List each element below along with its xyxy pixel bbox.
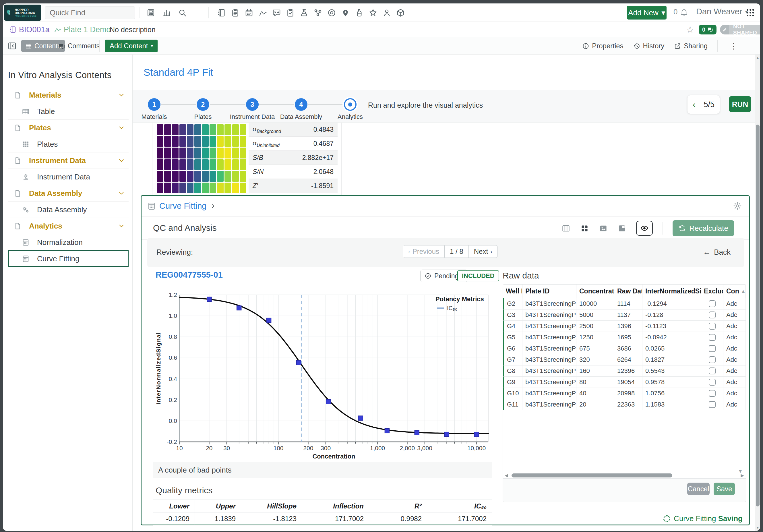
breadcrumb-entry[interactable]: Plate 1 Demo — [54, 25, 111, 34]
raw-data-column-header[interactable]: Plate ID — [522, 284, 577, 298]
sidebar-item-plates[interactable]: Plates — [8, 136, 129, 152]
table-cell[interactable]: Adc — [723, 321, 746, 332]
properties-button[interactable]: Properties — [582, 42, 623, 50]
raw-data-column-header[interactable]: Con▲ — [723, 284, 746, 298]
company-logo[interactable]: HOPPER BIOPHARMA PUBLISHING BUGS — [4, 5, 41, 21]
bottle-icon[interactable] — [355, 8, 364, 17]
table-cell[interactable]: Adc — [723, 388, 746, 399]
exclude-checkbox[interactable] — [709, 334, 715, 341]
exclude-checkbox[interactable] — [709, 379, 715, 385]
image-view-icon[interactable] — [599, 224, 608, 233]
star-icon[interactable] — [369, 8, 378, 17]
cancel-button[interactable]: Cancel — [687, 482, 709, 495]
raw-data-column-header[interactable]: Raw Data — [614, 284, 642, 298]
add-new-button[interactable]: Add New▾ — [627, 6, 667, 20]
step-circle-plates[interactable]: 2 — [197, 98, 209, 111]
chevron-down-icon[interactable] — [118, 124, 125, 132]
save-button[interactable]: Save — [713, 482, 735, 495]
chevron-down-icon[interactable] — [118, 222, 125, 230]
table-cell[interactable]: Adc — [723, 377, 746, 387]
sidebar-section-data-assembly[interactable]: Data Assembly — [8, 185, 129, 201]
chevron-down-icon[interactable] — [118, 157, 125, 164]
exclude-checkbox[interactable] — [709, 300, 715, 307]
hscroll-thumb[interactable] — [511, 474, 672, 478]
exclude-checkbox[interactable] — [709, 401, 715, 408]
columns-view-icon[interactable] — [562, 224, 570, 233]
table-cell[interactable]: Adc — [723, 343, 746, 354]
task-check-icon[interactable] — [286, 8, 295, 17]
previous-button[interactable]: ‹Previous — [403, 245, 445, 258]
comments-tab[interactable]: Comments — [58, 40, 100, 52]
raw-data-column-header[interactable]: InterNormalizedSignal — [642, 284, 701, 298]
exclude-checkbox[interactable] — [709, 390, 715, 397]
vscroll-thumb[interactable] — [756, 125, 760, 506]
search-input[interactable] — [45, 6, 135, 19]
chevron-down-icon[interactable] — [118, 189, 125, 197]
compound-id-link[interactable]: REG00477555-01 — [156, 270, 223, 280]
back-link[interactable]: ←Back — [703, 248, 730, 257]
comment-count-badge[interactable]: 0 — [699, 25, 716, 35]
flask-icon[interactable] — [300, 8, 309, 17]
run-button[interactable]: RUN — [729, 96, 751, 112]
curve-fitting-title-link[interactable]: Curve Fitting — [159, 201, 216, 211]
collapse-panel-icon[interactable] — [7, 41, 17, 51]
table-cell[interactable]: Adc — [723, 399, 746, 410]
step-circle-instrument-data[interactable]: 3 — [246, 98, 259, 111]
sidebar-section-analytics[interactable]: Analytics — [8, 218, 129, 234]
chevron-down-icon[interactable] — [118, 91, 125, 99]
line-chart-icon[interactable] — [258, 8, 267, 17]
favorite-star-icon[interactable]: ☆ — [686, 25, 695, 34]
user-menu[interactable]: Dan Weaver ▾ — [696, 7, 748, 16]
sidebar-section-instrument-data[interactable]: Instrument Data — [8, 152, 129, 168]
step-circle-materials[interactable]: 1 — [148, 98, 161, 111]
chat-icon[interactable] — [272, 8, 281, 17]
share-status-badge[interactable]: NOT SHARED — [720, 25, 760, 35]
dashboard-icon[interactable] — [147, 8, 155, 17]
sidebar-item-curve-fitting[interactable]: Curve Fitting — [8, 250, 129, 267]
sidebar-item-normalization[interactable]: Normalization — [8, 234, 129, 250]
chevron-left-icon[interactable]: ‹ — [693, 100, 696, 109]
raw-data-column-header[interactable]: Well ID — [503, 284, 522, 298]
exclude-checkbox[interactable] — [709, 356, 715, 363]
table-cell[interactable]: Adc — [723, 366, 746, 376]
sidebar-item-data-assembly[interactable]: Data Assembly — [8, 201, 129, 218]
search-icon[interactable] — [178, 8, 187, 17]
sidebar-item-table[interactable]: Table — [8, 103, 129, 119]
app-grid-icon[interactable] — [745, 7, 756, 18]
grid-view-icon[interactable] — [580, 224, 589, 233]
sort-up-icon[interactable]: ▲ — [741, 288, 746, 294]
table-cell[interactable]: Adc — [723, 298, 746, 309]
preview-eye-button[interactable] — [636, 221, 653, 236]
cube-icon[interactable] — [396, 8, 405, 17]
breadcrumb-project[interactable]: BIO001a — [9, 25, 50, 34]
gear-icon[interactable] — [733, 201, 742, 210]
raw-data-column-header[interactable]: Concentration — [577, 284, 614, 298]
history-button[interactable]: History — [633, 42, 665, 50]
notifications[interactable]: 0 — [673, 7, 688, 16]
notebook-icon[interactable] — [217, 8, 226, 17]
exclude-checkbox[interactable] — [709, 311, 715, 318]
exclude-checkbox[interactable] — [709, 368, 715, 374]
scroll-right-icon[interactable]: ▶ — [739, 473, 746, 478]
disc-icon[interactable] — [327, 8, 336, 17]
person-icon[interactable] — [382, 8, 391, 17]
molecule-icon[interactable] — [313, 8, 322, 17]
sidebar-item-instrument-data[interactable]: Instrument Data — [8, 168, 129, 185]
pin-icon[interactable] — [341, 8, 350, 17]
step-circle-data-assembly[interactable]: 4 — [295, 98, 307, 111]
raw-data-column-header[interactable]: Exclude — [701, 284, 723, 298]
more-options-kebab-icon[interactable]: ⋮ — [727, 41, 740, 51]
exclude-checkbox[interactable] — [709, 323, 715, 330]
sidebar-section-plates[interactable]: Plates — [8, 119, 129, 136]
sidebar-section-materials[interactable]: Materials — [8, 87, 129, 103]
calendar-icon[interactable] — [245, 8, 254, 17]
add-content-button[interactable]: Add Content ▾ — [105, 40, 158, 52]
table-cell[interactable]: Adc — [723, 309, 746, 320]
table-cell[interactable]: Adc — [723, 332, 746, 343]
scroll-left-icon[interactable]: ◀ — [503, 473, 510, 478]
bar-chart-icon[interactable] — [162, 8, 171, 17]
recalculate-button[interactable]: Recalculate — [673, 220, 734, 236]
curve-comment[interactable]: A couple of bad points — [153, 462, 492, 478]
table-cell[interactable]: Adc — [723, 354, 746, 365]
layout-view-icon[interactable] — [617, 224, 626, 233]
